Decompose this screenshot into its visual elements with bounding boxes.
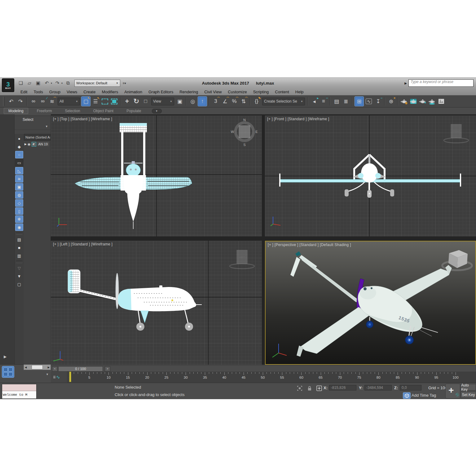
workspace-dropdown[interactable]: Workspace: Default ▼ bbox=[74, 80, 120, 87]
explorer-collapse-icon[interactable]: ▼ bbox=[46, 373, 49, 376]
scroll-right-icon[interactable]: ▶ bbox=[47, 366, 51, 369]
toggle-layer-explorer-icon[interactable]: ≣ bbox=[342, 97, 350, 106]
redo-icon[interactable]: ↷ bbox=[16, 97, 25, 106]
visibility-eye-icon[interactable]: ◉ bbox=[28, 142, 31, 146]
select-and-scale-icon[interactable]: □ bbox=[141, 97, 150, 106]
previous-frame-button[interactable]: < bbox=[52, 366, 58, 372]
percent-snap-toggle-icon[interactable]: %⌒ bbox=[230, 97, 239, 106]
angle-snap-toggle-icon[interactable]: ∠⌒ bbox=[221, 97, 229, 106]
search-arrow-icon[interactable]: ▶ bbox=[404, 82, 407, 85]
render-in-cloud-icon[interactable] bbox=[428, 97, 436, 106]
undo-quick-icon[interactable]: ↶ bbox=[43, 80, 50, 86]
list-view-icon[interactable]: ▤ bbox=[15, 236, 23, 243]
display-none-filter-icon[interactable]: ● bbox=[15, 135, 23, 142]
select-and-move-icon[interactable]: + bbox=[123, 97, 131, 106]
left-view-canvas[interactable]: LEFT bbox=[51, 241, 262, 365]
top-view-canvas[interactable]: TOP N S W E bbox=[51, 116, 262, 236]
snap-toggle-3d-icon[interactable]: 3⌒ bbox=[211, 97, 220, 106]
viewport-left-label[interactable]: [+ ] [Left ] [Standard ] [Wireframe ] bbox=[53, 242, 112, 246]
redo-quick-icon-flyout[interactable]: ▾ bbox=[61, 82, 63, 85]
render-setup-icon[interactable] bbox=[400, 97, 408, 106]
ribbon-tab-object-paint[interactable]: Object Paint bbox=[89, 108, 118, 114]
display-geometry-filter-icon[interactable]: ◆ bbox=[15, 143, 23, 150]
next-frame-button[interactable]: > bbox=[105, 366, 110, 372]
display-shapes-filter-icon[interactable]: ▣ bbox=[15, 183, 23, 191]
viewport-front[interactable]: [+ ] [Front ] [Standard ] [Wireframe ] F… bbox=[265, 116, 476, 236]
edit-named-selection-sets-icon[interactable]: {}✎ bbox=[252, 97, 261, 106]
maxscript-mini-listener[interactable]: Welcome to M bbox=[2, 384, 37, 399]
z-coordinate-field[interactable]: 0,0 bbox=[400, 385, 421, 390]
menu-graph-editors[interactable]: Graph Editors bbox=[145, 88, 176, 95]
front-view-canvas[interactable]: FRONT bbox=[265, 116, 476, 236]
add-time-tag-label[interactable]: Add Time Tag bbox=[412, 393, 436, 398]
mirror-icon[interactable]: ◂▸ bbox=[310, 97, 319, 106]
search-input[interactable]: Type a keyword or phrase bbox=[408, 79, 474, 87]
set-key-button[interactable]: Set Key bbox=[461, 391, 476, 398]
ribbon-tab-selection[interactable]: Selection bbox=[60, 108, 84, 114]
display-spacewarps-filter-icon[interactable]: ≋ bbox=[15, 175, 23, 183]
viewport-layout-button[interactable] bbox=[2, 366, 14, 378]
selection-filter-dropdown[interactable]: All▼ bbox=[58, 98, 80, 105]
display-lights-filter-icon[interactable]: ○ bbox=[15, 151, 23, 158]
bind-to-space-warp-icon[interactable]: ≋⌒ bbox=[48, 97, 56, 106]
filter-settings-icon[interactable]: ▽ bbox=[15, 264, 23, 272]
scene-explorer-dropdown[interactable]: ▼ bbox=[15, 123, 51, 130]
reference-coordinate-system-dropdown[interactable]: View▼ bbox=[151, 98, 174, 105]
select-and-place-icon[interactable]: ↑ bbox=[198, 96, 207, 106]
menu-help[interactable]: Help bbox=[292, 88, 307, 95]
scroll-thumb[interactable] bbox=[32, 365, 43, 369]
block-view-icon[interactable]: ■ bbox=[15, 244, 23, 251]
scroll-left-icon[interactable]: ◀ bbox=[24, 366, 28, 369]
menu-content[interactable]: Content bbox=[272, 88, 292, 95]
spinner-snap-toggle-icon[interactable]: ⇅⌒ bbox=[239, 97, 248, 106]
new-scene-icon[interactable]: ❏ bbox=[17, 80, 24, 86]
name-column-header[interactable]: Name (Sorted As bbox=[24, 134, 51, 141]
expand-panel-icon[interactable]: ▶ bbox=[4, 355, 7, 359]
viewport-top-label[interactable]: [+ ] [Top ] [Standard ] [Wireframe ] bbox=[53, 117, 112, 121]
viewport-perspective[interactable]: [+ ] [Perspective ] [Standard ] [Default… bbox=[265, 241, 476, 365]
toggle-scene-explorer-icon[interactable]: ▤ bbox=[332, 97, 341, 106]
menu-create[interactable]: Create bbox=[80, 88, 99, 95]
isolate-selection-icon[interactable] bbox=[297, 386, 303, 391]
ribbon-tab-modeling[interactable]: Modeling bbox=[4, 108, 28, 114]
auto-key-button[interactable]: Auto Key bbox=[461, 384, 476, 390]
menu-group[interactable]: Group bbox=[46, 88, 64, 95]
mini-curve-editor-icon[interactable]: ∿ bbox=[53, 373, 64, 381]
schematic-view-icon[interactable]: ↧– bbox=[374, 97, 382, 106]
ribbon-collapse-button[interactable]: ▼ bbox=[152, 109, 162, 113]
workspace-flyout-icon[interactable]: ≡▾ bbox=[123, 82, 126, 85]
display-hidden-filter-icon[interactable]: ◉ bbox=[15, 223, 23, 231]
ribbon-tab-freeform[interactable]: Freeform bbox=[33, 108, 56, 114]
use-pivot-point-center-icon[interactable]: ▣ bbox=[175, 97, 184, 106]
scene-converter-icon[interactable]: ⊛× bbox=[387, 97, 395, 106]
menu-scripting[interactable]: Scripting bbox=[250, 88, 272, 95]
render-iterative-icon[interactable] bbox=[418, 97, 427, 106]
save-file-icon[interactable]: ▣ bbox=[35, 80, 42, 86]
time-slider-handle[interactable]: 0 / 100 bbox=[58, 366, 103, 372]
align-icon[interactable]: ≡– bbox=[319, 97, 328, 106]
menu-animation[interactable]: Animation bbox=[121, 88, 145, 95]
menu-customize[interactable]: Customize bbox=[225, 88, 250, 95]
menu-civil-view[interactable]: Civil View bbox=[201, 88, 225, 95]
display-helpers-filter-icon[interactable]: ◺ bbox=[15, 167, 23, 174]
display-bones-filter-icon[interactable]: ◍ bbox=[15, 191, 23, 199]
menu-edit[interactable]: Edit bbox=[17, 88, 30, 95]
unlink-selection-icon[interactable]: ∞∕ bbox=[38, 97, 47, 106]
menu-tools[interactable]: Tools bbox=[30, 88, 46, 95]
expand-row-icon[interactable]: ▶ bbox=[24, 143, 27, 146]
undo-quick-icon-flyout[interactable]: ▾ bbox=[51, 82, 52, 85]
current-frame-marker[interactable] bbox=[69, 372, 71, 382]
time-tag-cube-icon[interactable] bbox=[403, 392, 411, 399]
window-crossing-icon[interactable] bbox=[110, 97, 118, 106]
rendered-frame-window-icon[interactable] bbox=[409, 97, 418, 106]
container-icon[interactable]: ▢ bbox=[15, 280, 23, 288]
y-coordinate-field[interactable]: -3484,594 bbox=[364, 385, 392, 390]
menu-rendering[interactable]: Rendering bbox=[176, 88, 201, 95]
display-containers-filter-icon[interactable]: ▯ bbox=[15, 207, 23, 215]
viewport-left[interactable]: [+ ] [Left ] [Standard ] [Wireframe ] LE… bbox=[51, 241, 262, 365]
toggle-ribbon-icon[interactable]: ⊞ bbox=[355, 96, 364, 106]
lock-selection-icon[interactable] bbox=[307, 386, 313, 391]
timeline-ruler[interactable]: 0510152025303540455055606570758085909510… bbox=[67, 372, 476, 383]
menu-modifiers[interactable]: Modifiers bbox=[99, 88, 121, 95]
x-coordinate-field[interactable]: -815,826 bbox=[329, 385, 356, 390]
